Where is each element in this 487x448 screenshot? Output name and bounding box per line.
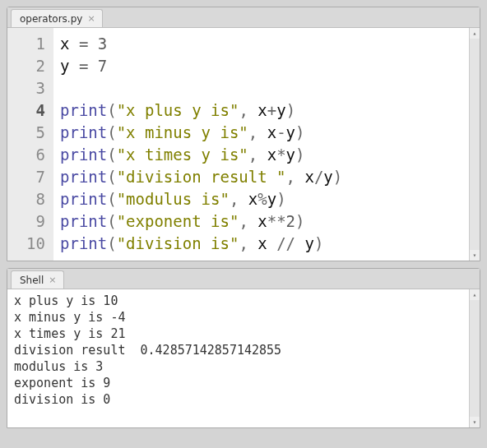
code-token: + [267,101,276,119]
code-token: "exponent is" [117,212,239,230]
code-token: print [60,234,107,252]
code-token: 2 [286,212,295,230]
shell-output[interactable]: x plus y is 10 x minus y is -4 x times y… [7,289,480,427]
code-area[interactable]: x = 3 y = 7 print("x plus y is", x+y) pr… [53,28,480,261]
code-token: = [69,35,97,53]
code-token: , [230,190,248,208]
line-number: 2 [26,57,45,75]
line-number: 9 [26,212,45,230]
code-token: y [267,190,276,208]
line-number: 10 [26,234,45,252]
code-token: , [286,168,305,186]
code-token: - [276,123,285,141]
code-token: , [248,145,267,164]
code-token: x [267,123,276,141]
code-token: x [304,168,313,186]
shell-tab-label: Shell [20,275,44,286]
code-token: ) [295,145,304,164]
editor-pane: operators.py × 1 2 3 4 5 6 7 8 9 10 x = … [7,7,480,261]
code-token: print [60,145,107,164]
code-token: print [60,168,107,186]
line-number: 4 [26,101,45,119]
code-token: y [286,145,295,164]
code-token: 7 [98,57,107,75]
code-token: ) [276,190,285,208]
code-token: print [60,101,107,119]
code-token: x [267,145,276,164]
editor-tab-label: operators.py [20,13,82,25]
code-token: y [276,101,285,119]
code-token: y [304,234,313,252]
code-token: "x minus y is" [117,123,248,141]
code-token: ( [107,190,116,208]
editor-tab-operators[interactable]: operators.py × [11,9,103,27]
code-token: y [286,123,295,141]
code-token: ( [107,101,116,119]
shell-scrollbar[interactable]: ▴ ▾ [469,289,480,427]
code-token: = [69,57,97,75]
line-number: 1 [26,35,45,53]
code-token: "x times y is" [117,145,248,164]
code-token: print [60,123,107,141]
scroll-track[interactable] [470,300,480,417]
line-number: 3 [26,79,45,97]
code-token: % [257,190,267,208]
code-token: , [239,234,257,252]
line-number-gutter: 1 2 3 4 5 6 7 8 9 10 [7,28,53,261]
code-token: 3 [98,35,107,53]
code-token: ( [107,212,116,230]
code-token: "modulus is" [117,190,230,208]
line-number: 7 [26,168,45,186]
code-token: * [276,145,285,164]
code-token: "division is" [117,234,239,252]
scroll-up-icon[interactable]: ▴ [470,289,480,300]
code-token: x [257,212,267,230]
code-token: // [267,234,305,252]
shell-tab-strip: Shell × [7,269,480,289]
editor-body[interactable]: 1 2 3 4 5 6 7 8 9 10 x = 3 y = 7 print("… [7,28,480,261]
code-token: x [257,234,267,252]
code-token: ** [267,212,286,230]
editor-tab-strip: operators.py × [7,7,480,28]
code-token: x [257,101,267,119]
code-token: / [314,168,323,186]
close-icon[interactable]: × [49,275,56,284]
code-token: y [60,57,69,75]
code-token: ) [333,168,342,186]
scroll-down-icon[interactable]: ▾ [470,417,480,427]
code-token: ) [295,123,304,141]
code-token: print [60,212,107,230]
code-token: ( [107,168,116,186]
editor-scrollbar[interactable]: ▴ ▾ [469,28,480,261]
shell-tab[interactable]: Shell × [11,270,64,289]
line-number: 6 [26,145,45,164]
line-number: 5 [26,123,45,141]
code-token: "x plus y is" [117,101,239,119]
code-token: ( [107,123,116,141]
code-token: ) [286,101,295,119]
scroll-up-icon[interactable]: ▴ [470,28,480,39]
code-token: , [239,101,257,119]
code-token: ) [295,212,304,230]
code-token: y [323,168,332,186]
shell-pane: Shell × x plus y is 10 x minus y is -4 x… [7,268,480,428]
code-token: , [239,212,257,230]
code-token: x [60,35,69,53]
code-token: x [248,190,257,208]
code-token: ( [107,234,116,252]
scroll-down-icon[interactable]: ▾ [470,250,480,261]
code-token: "division result " [117,168,286,186]
code-token: print [60,190,107,208]
code-token: , [248,123,267,141]
shell-output-text: x plus y is 10 x minus y is -4 x times y… [14,293,473,408]
line-number: 8 [26,190,45,208]
close-icon[interactable]: × [87,14,95,23]
code-token: ) [314,234,323,252]
code-token: ( [107,145,116,164]
scroll-track[interactable] [470,39,480,250]
